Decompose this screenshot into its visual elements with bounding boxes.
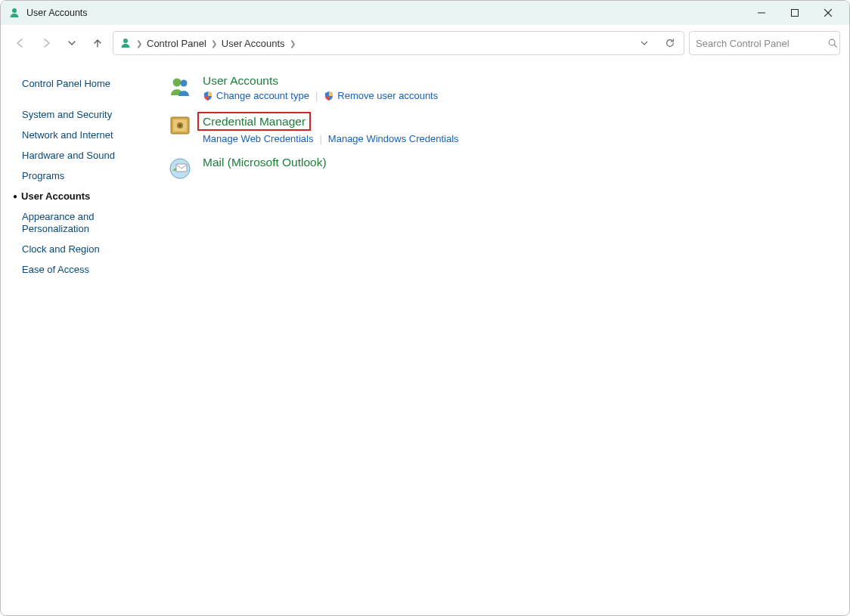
refresh-button[interactable] xyxy=(661,34,679,52)
mail-icon xyxy=(166,155,194,182)
window-title: User Accounts xyxy=(26,8,88,18)
sidebar-item-programs[interactable]: Programs xyxy=(22,170,148,182)
task-manage-windows-credentials[interactable]: Manage Windows Credentials xyxy=(328,133,459,144)
breadcrumb: ❯ Control Panel ❯ User Accounts ❯ xyxy=(136,36,296,51)
address-dropdown-button[interactable] xyxy=(635,34,653,52)
sidebar-item-label: User Accounts xyxy=(21,190,90,202)
history-dropdown-button[interactable] xyxy=(61,33,82,54)
main-panel: User Accounts Change account type | xyxy=(156,61,849,615)
safe-icon xyxy=(166,112,194,139)
search-icon xyxy=(827,38,838,48)
search-input[interactable] xyxy=(696,38,823,49)
svg-line-7 xyxy=(834,45,836,47)
up-button[interactable] xyxy=(87,33,108,54)
category-user-accounts: User Accounts Change account type | xyxy=(166,73,834,101)
title-bar: User Accounts xyxy=(1,1,849,25)
breadcrumb-part[interactable]: User Accounts xyxy=(220,36,287,51)
maximize-button[interactable] xyxy=(778,2,811,24)
chevron-right-icon: ❯ xyxy=(136,39,142,48)
svg-point-9 xyxy=(181,80,188,87)
sidebar-item-control-panel-home[interactable]: Control Panel Home xyxy=(22,78,148,90)
task-label: Change account type xyxy=(216,90,309,101)
sidebar-item-ease-of-access[interactable]: Ease of Access xyxy=(22,264,148,276)
address-bar[interactable]: ❯ Control Panel ❯ User Accounts ❯ xyxy=(113,31,684,55)
svg-point-13 xyxy=(179,125,181,127)
category-title-link[interactable]: Mail (Microsoft Outlook) xyxy=(203,155,327,169)
task-manage-web-credentials[interactable]: Manage Web Credentials xyxy=(203,133,313,144)
shield-icon xyxy=(324,91,334,101)
svg-point-5 xyxy=(123,39,128,43)
forward-button[interactable] xyxy=(36,33,57,54)
window-root: User Accounts ❯ xyxy=(0,0,850,616)
sidebar: Control Panel Home System and Security N… xyxy=(1,61,156,615)
sidebar-item-system-security[interactable]: System and Security xyxy=(22,109,148,121)
sidebar-item-hardware-sound[interactable]: Hardware and Sound xyxy=(22,150,148,162)
breadcrumb-part[interactable]: Control Panel xyxy=(145,36,208,51)
svg-point-8 xyxy=(173,79,181,87)
category-mail: Mail (Microsoft Outlook) xyxy=(166,155,834,182)
navigation-bar: ❯ Control Panel ❯ User Accounts ❯ xyxy=(1,25,849,61)
chevron-right-icon: ❯ xyxy=(211,39,217,48)
sidebar-item-network-internet[interactable]: Network and Internet xyxy=(22,129,148,141)
svg-rect-2 xyxy=(792,10,799,17)
close-button[interactable] xyxy=(811,2,845,24)
task-remove-user-accounts[interactable]: Remove user accounts xyxy=(324,90,438,101)
content-area: Control Panel Home System and Security N… xyxy=(1,61,849,615)
user-icon xyxy=(8,7,20,19)
category-title-link[interactable]: User Accounts xyxy=(203,73,438,88)
task-label: Remove user accounts xyxy=(337,90,438,101)
chevron-right-icon: ❯ xyxy=(290,39,296,48)
sidebar-item-user-accounts[interactable]: ●User Accounts xyxy=(22,190,148,203)
category-credential-manager: Credential Manager Manage Web Credential… xyxy=(166,112,834,144)
back-button[interactable] xyxy=(10,33,31,54)
category-title-link[interactable]: Credential Manager xyxy=(197,112,311,131)
sidebar-item-appearance-personalization[interactable]: Appearance and Personalization xyxy=(22,211,120,235)
task-change-account-type[interactable]: Change account type xyxy=(203,90,309,101)
svg-rect-15 xyxy=(176,164,187,172)
search-box[interactable] xyxy=(689,31,840,55)
minimize-button[interactable] xyxy=(745,2,778,24)
sidebar-item-clock-region[interactable]: Clock and Region xyxy=(22,243,148,255)
svg-point-0 xyxy=(12,8,17,13)
people-icon xyxy=(166,73,194,101)
task-row: Manage Web Credentials | Manage Windows … xyxy=(203,133,459,144)
user-icon xyxy=(119,37,132,49)
task-divider: | xyxy=(315,90,318,101)
task-divider: | xyxy=(319,133,321,144)
shield-icon xyxy=(203,91,213,101)
task-row: Change account type | Remove user accoun… xyxy=(203,90,438,101)
